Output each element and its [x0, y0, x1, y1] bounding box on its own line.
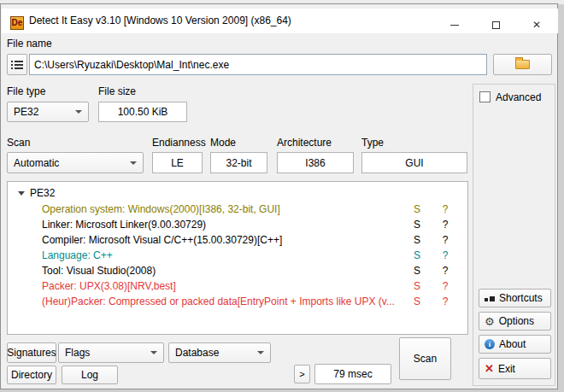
info-link[interactable]: ? [438, 294, 453, 309]
mode-label: Mode [210, 137, 236, 149]
type-label: Type [361, 137, 384, 149]
x-icon: ✕ [485, 363, 494, 374]
signature-link[interactable]: S [409, 263, 425, 278]
database-value: Database [175, 347, 219, 359]
signature-link[interactable]: S [409, 294, 425, 309]
advanced-checkbox-label[interactable]: Advanced [496, 91, 541, 103]
endianness-label: Endianness [152, 137, 206, 149]
result-text: Operation system: Windows(2000)[I386, 32… [42, 202, 280, 217]
flags-value: Flags [65, 347, 90, 359]
file-size-value: 100.50 KiB [98, 102, 187, 122]
signature-link[interactable]: S [409, 217, 425, 232]
info-link[interactable]: ? [438, 263, 453, 278]
minimize-button[interactable] [437, 13, 473, 37]
info-icon: i [485, 339, 495, 349]
flags-select[interactable]: Flags [58, 342, 164, 363]
expand-button[interactable]: > [294, 365, 310, 383]
exit-button-label: Exit [498, 363, 515, 375]
signatures-button[interactable]: Signatures [7, 342, 56, 363]
scan-time-value: 79 msec [314, 364, 391, 384]
maximize-icon [492, 21, 500, 29]
result-row[interactable]: Packer: UPX(3.08)[NRV,best]S? [8, 278, 467, 294]
result-row[interactable]: Language: C++S? [8, 248, 467, 263]
close-icon: ✕ [532, 20, 541, 30]
mode-value: 32-bit [210, 152, 267, 173]
result-text: Packer: UPX(3.08)[NRV,best] [42, 278, 176, 294]
log-button[interactable]: Log [62, 366, 118, 384]
chevron-down-icon [75, 110, 82, 114]
scan-method-value: Automatic [14, 157, 59, 169]
exit-button[interactable]: ✕ Exit [479, 358, 551, 379]
info-link[interactable]: ? [438, 232, 453, 248]
gear-icon: ⚙ [485, 316, 495, 327]
results-root-node[interactable]: PE32 [30, 185, 55, 201]
signature-link[interactable]: S [409, 232, 425, 248]
result-row[interactable]: Operation system: Windows(2000)[I386, 32… [8, 202, 467, 217]
shortcuts-icon [485, 292, 495, 304]
shortcuts-button[interactable]: Shortcuts [479, 289, 551, 307]
file-type-select[interactable]: PE32 [7, 102, 89, 122]
screen: De Detect It Easy v3.10 [Windows 10 Vers… [0, 0, 564, 392]
app-icon: De [10, 16, 24, 30]
scan-label: Scan [7, 137, 30, 149]
endianness-value: LE [152, 152, 203, 173]
info-link[interactable]: ? [438, 202, 453, 217]
result-row[interactable]: Linker: Microsoft Linker(9.00.30729)S? [8, 217, 467, 232]
window-title: Detect It Easy v3.10 [Windows 10 Version… [29, 9, 291, 33]
result-row[interactable]: Tool: Visual Studio(2008)S? [8, 263, 467, 278]
file-name-input[interactable] [29, 54, 487, 75]
result-row[interactable]: Compiler: Microsoft Visual C/C++(15.00.3… [8, 232, 467, 248]
chevron-down-icon [257, 351, 264, 354]
result-text: Compiler: Microsoft Visual C/C++(15.00.3… [42, 232, 282, 248]
scan-button[interactable]: Scan [399, 337, 451, 380]
shortcuts-button-label: Shortcuts [499, 292, 543, 304]
file-name-label: File name [7, 38, 52, 50]
about-button[interactable]: i About [479, 335, 551, 354]
scan-method-select[interactable]: Automatic [7, 152, 144, 173]
result-text: Language: C++ [42, 248, 113, 263]
signature-link[interactable]: S [409, 202, 425, 217]
options-button[interactable]: ⚙ Options [479, 312, 551, 331]
options-button-label: Options [499, 315, 534, 327]
file-type-label: File type [7, 85, 45, 97]
file-type-value: PE32 [14, 106, 38, 118]
folder-icon [515, 60, 530, 69]
maximize-button[interactable] [478, 13, 514, 37]
architecture-label: Architecture [277, 137, 332, 149]
architecture-value: I386 [277, 152, 354, 173]
about-button-label: About [499, 338, 526, 350]
scan-results-panel: PE32 Operation system: Windows(2000)[I38… [7, 181, 468, 335]
list-menu-icon [11, 60, 23, 70]
result-text: Tool: Visual Studio(2008) [42, 263, 156, 278]
file-size-label: File size [98, 85, 136, 97]
result-text: (Heur)Packer: Compressed or packed data[… [42, 294, 395, 309]
advanced-checkbox[interactable] [479, 91, 491, 102]
directory-button[interactable]: Directory [7, 366, 56, 384]
database-select[interactable]: Database [168, 342, 271, 363]
info-link[interactable]: ? [438, 278, 453, 294]
title-bar[interactable]: De Detect It Easy v3.10 [Windows 10 Vers… [2, 9, 558, 33]
result-row[interactable]: (Heur)Packer: Compressed or packed data[… [8, 294, 467, 309]
chevron-down-icon [150, 351, 157, 354]
open-file-button[interactable] [493, 54, 552, 75]
info-link[interactable]: ? [438, 217, 453, 232]
type-value: GUI [361, 152, 467, 173]
close-button[interactable]: ✕ [519, 13, 555, 37]
chevron-down-icon [130, 161, 137, 165]
minimize-icon [450, 25, 459, 26]
info-link[interactable]: ? [438, 248, 453, 263]
signature-link[interactable]: S [409, 248, 425, 263]
signature-link[interactable]: S [409, 278, 425, 294]
file-history-button[interactable] [7, 54, 27, 75]
tree-expander-icon[interactable] [18, 191, 25, 196]
result-text: Linker: Microsoft Linker(9.00.30729) [42, 217, 206, 232]
